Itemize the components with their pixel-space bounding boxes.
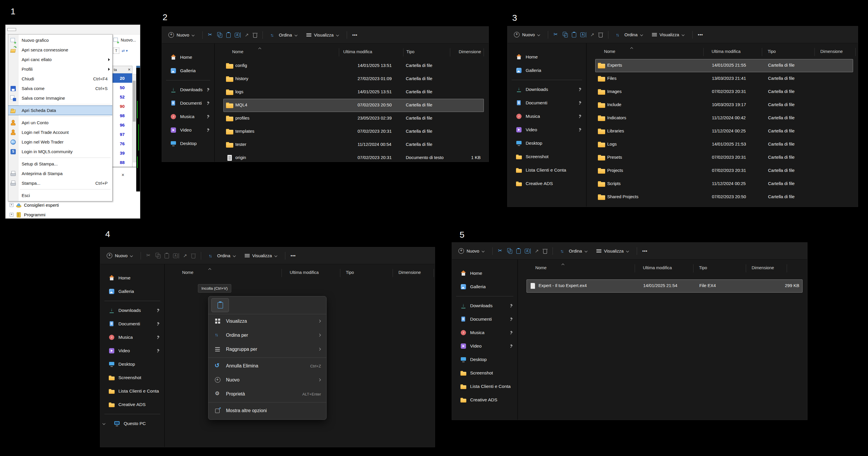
file-row[interactable]: Projects 07/02/2023 20:31 Cartella di fi…: [595, 164, 853, 177]
file-row[interactable]: Images 07/02/2023 20:31 Cartella di file: [595, 85, 853, 98]
more-button[interactable]: •••: [290, 254, 296, 258]
column-header-name[interactable]: Nome: [604, 49, 615, 54]
share-icon[interactable]: [590, 32, 594, 37]
sidebar-item[interactable]: Video: [452, 339, 518, 353]
file-row[interactable]: Shared Projects 07/02/2023 20:50 Cartell…: [595, 191, 853, 204]
file-row[interactable]: Expert - Il tuo Expert.ex4 14/01/2025 21…: [527, 280, 803, 293]
context-menu-item[interactable]: Visualizza: [209, 314, 326, 328]
paste-icon[interactable]: [516, 249, 521, 254]
column-header-name[interactable]: Nome: [182, 270, 193, 275]
share-icon[interactable]: [183, 253, 187, 258]
quote-row[interactable]: 39: [112, 148, 132, 158]
sidebar-item[interactable]: Desktop: [452, 353, 518, 366]
column-header-size[interactable]: Dimensione: [752, 265, 774, 270]
column-header-type[interactable]: Tipo: [406, 50, 414, 54]
column-header-size[interactable]: Dimensione: [820, 49, 843, 54]
file-row[interactable]: MQL4 07/02/2023 20:50 Cartella di file: [223, 99, 484, 112]
sidebar-item[interactable]: Galleria: [507, 64, 586, 77]
menu-item[interactable]: Salva come Ctrl+S: [8, 84, 112, 93]
quote-row[interactable]: 97: [112, 130, 132, 139]
column-header-modified[interactable]: Ultima modifica: [643, 265, 672, 270]
quote-row[interactable]: 90: [112, 101, 132, 111]
view-button[interactable]: Visualizza: [304, 31, 341, 39]
column-header-size[interactable]: Dimensione: [459, 50, 481, 54]
close-icon[interactable]: ✕: [128, 67, 131, 72]
file-row[interactable]: Presets 07/02/2023 20:31 Cartella di fil…: [595, 151, 853, 164]
tree-item[interactable]: Consiglieri esperti: [10, 200, 59, 210]
sidebar-item[interactable]: Creative ADS: [452, 393, 518, 406]
column-divider[interactable]: [403, 48, 403, 57]
column-header-type[interactable]: Tipo: [768, 49, 776, 54]
rename-icon[interactable]: [525, 249, 531, 254]
menu-item[interactable]: Stampa... Ctrl+P: [8, 178, 112, 188]
sidebar-item[interactable]: Home: [162, 51, 214, 64]
paste-icon[interactable]: [226, 32, 231, 38]
column-divider[interactable]: [762, 48, 762, 56]
sidebar-item[interactable]: Documenti: [100, 317, 164, 331]
column-divider[interactable]: [434, 269, 434, 277]
view-button[interactable]: Visualizza: [650, 30, 687, 39]
column-header-size[interactable]: Dimensione: [399, 270, 421, 275]
menu-item[interactable]: Esci: [8, 191, 112, 200]
column-divider[interactable]: [814, 48, 815, 56]
file-row[interactable]: origin 07/02/2023 20:31 Documento di tes…: [223, 152, 484, 162]
quote-row[interactable]: 98: [112, 111, 132, 120]
menu-item[interactable]: Salva come Immagine: [8, 93, 112, 103]
sidebar-item[interactable]: Documenti: [507, 96, 586, 109]
delete-icon[interactable]: [598, 32, 603, 37]
file-row[interactable]: Indicators 11/12/2024 00:42 Cartella di …: [595, 112, 853, 125]
quote-row[interactable]: 52: [112, 92, 132, 101]
column-divider[interactable]: [856, 48, 856, 56]
paste-icon[interactable]: [572, 32, 576, 37]
sort-button[interactable]: Ordina: [268, 31, 300, 39]
sidebar-item[interactable]: Downloads: [162, 83, 214, 96]
symbols-tool-icon[interactable]: ⇄ ▾: [122, 48, 128, 53]
text-tool-icon[interactable]: T: [113, 47, 119, 54]
menu-item[interactable]: Login nel Web Trader: [8, 137, 112, 147]
new-button[interactable]: Nuovo: [512, 30, 542, 39]
context-menu-item[interactable]: Proprietà ALT+Enter: [209, 387, 326, 401]
sidebar-item[interactable]: Downloads: [452, 299, 518, 313]
column-divider[interactable]: [484, 48, 484, 57]
delete-icon[interactable]: [191, 253, 195, 258]
file-row[interactable]: logs 14/01/2025 13:51 Cartella di file: [223, 86, 484, 99]
delete-icon[interactable]: [253, 32, 257, 38]
sidebar-item[interactable]: Galleria: [100, 285, 164, 298]
context-menu-item[interactable]: Raggruppa per: [209, 342, 326, 356]
sidebar-item[interactable]: Screenshot: [100, 371, 164, 384]
quote-row[interactable]: 20: [112, 73, 132, 83]
file-row[interactable]: templates 07/02/2023 20:31 Cartella di f…: [223, 125, 484, 138]
sidebar-item[interactable]: Downloads: [507, 83, 586, 96]
sidebar-item[interactable]: Musica: [162, 110, 214, 123]
column-header-modified[interactable]: Ultima modifica: [290, 270, 319, 275]
expand-icon[interactable]: [10, 203, 13, 207]
file-row[interactable]: Include 10/03/2023 19:17 Cartella di fil…: [595, 98, 853, 112]
view-button[interactable]: Visualizza: [594, 247, 631, 255]
delete-icon[interactable]: [543, 249, 547, 254]
sidebar-item[interactable]: Screenshot: [507, 150, 586, 163]
view-button[interactable]: Visualizza: [242, 251, 280, 260]
sidebar-item[interactable]: Video: [100, 344, 164, 358]
quote-row[interactable]: 88: [112, 158, 132, 167]
sidebar-item[interactable]: Musica: [100, 331, 164, 344]
sidebar-item[interactable]: Lista Clienti e Conta: [100, 384, 164, 398]
file-row[interactable]: Files 13/03/2023 21:41 Cartella di file: [595, 72, 853, 85]
file-row[interactable]: tester 11/12/2024 00:54 Cartella di file: [223, 138, 484, 152]
new-button[interactable]: Nuovo: [456, 247, 487, 256]
sidebar-item[interactable]: Lista Clienti e Conta: [507, 163, 586, 177]
copy-icon[interactable]: [563, 32, 568, 37]
sidebar-item[interactable]: Screenshot: [452, 366, 518, 380]
sidebar-item[interactable]: Downloads: [100, 304, 164, 317]
menu-bar-item[interactable]: [32, 28, 41, 31]
rename-icon[interactable]: [173, 254, 179, 258]
sidebar-item[interactable]: Home: [507, 50, 586, 64]
menu-item[interactable]: Anteprima di Stampa: [8, 169, 112, 178]
column-divider[interactable]: [340, 269, 340, 277]
column-divider[interactable]: [393, 269, 393, 277]
menu-item[interactable]: Login nel Trade Account: [8, 127, 112, 137]
rename-icon[interactable]: [580, 32, 586, 37]
file-row[interactable]: profiles 23/05/2023 02:39 Cartella di fi…: [223, 112, 484, 125]
sidebar-item[interactable]: Creative ADS: [100, 398, 164, 411]
sort-button[interactable]: Ordina: [558, 247, 590, 255]
toolbar-new-chart-button[interactable]: Nuovo...: [113, 37, 136, 43]
